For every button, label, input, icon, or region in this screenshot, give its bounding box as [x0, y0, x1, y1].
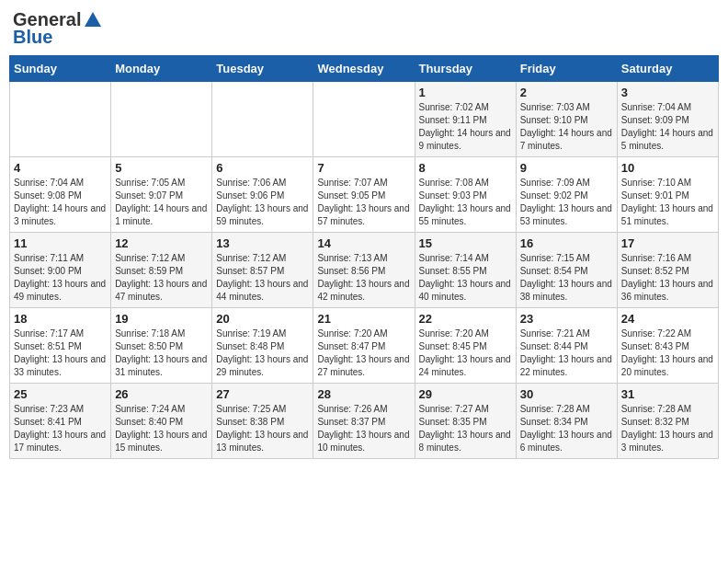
day-info: Sunrise: 7:12 AM Sunset: 8:57 PM Dayligh… — [216, 252, 309, 304]
sunset-label: Sunset: 8:54 PM — [520, 266, 588, 276]
sunrise-label: Sunrise: 7:12 AM — [216, 253, 286, 263]
daylight-label: Daylight: 13 hours and 38 minutes. — [520, 279, 612, 302]
calendar-cell: 13 Sunrise: 7:12 AM Sunset: 8:57 PM Dayl… — [212, 233, 313, 308]
daylight-label: Daylight: 13 hours and 51 minutes. — [621, 203, 713, 226]
sunset-label: Sunset: 9:08 PM — [14, 190, 82, 201]
sunrise-label: Sunrise: 7:13 AM — [317, 253, 387, 263]
sunset-label: Sunset: 9:06 PM — [216, 190, 284, 201]
sunset-label: Sunset: 8:43 PM — [621, 341, 689, 351]
daylight-label: Daylight: 14 hours and 9 minutes. — [419, 128, 511, 151]
day-info: Sunrise: 7:15 AM Sunset: 8:54 PM Dayligh… — [520, 252, 613, 304]
sunset-label: Sunset: 8:51 PM — [14, 341, 82, 351]
day-info: Sunrise: 7:03 AM Sunset: 9:10 PM Dayligh… — [520, 101, 613, 153]
calendar-cell: 27 Sunrise: 7:25 AM Sunset: 8:38 PM Dayl… — [212, 384, 313, 459]
day-info: Sunrise: 7:17 AM Sunset: 8:51 PM Dayligh… — [14, 327, 107, 379]
day-info: Sunrise: 7:06 AM Sunset: 9:06 PM Dayligh… — [216, 177, 309, 228]
daylight-label: Daylight: 13 hours and 17 minutes. — [14, 430, 106, 453]
day-info: Sunrise: 7:07 AM Sunset: 9:05 PM Dayligh… — [317, 177, 410, 228]
daylight-label: Daylight: 13 hours and 15 minutes. — [115, 430, 207, 453]
day-info: Sunrise: 7:21 AM Sunset: 8:44 PM Dayligh… — [520, 327, 613, 379]
day-info: Sunrise: 7:10 AM Sunset: 9:01 PM Dayligh… — [621, 177, 714, 228]
calendar-week-row: 18 Sunrise: 7:17 AM Sunset: 8:51 PM Dayl… — [10, 308, 719, 384]
calendar-table: SundayMondayTuesdayWednesdayThursdayFrid… — [9, 55, 719, 459]
daylight-label: Daylight: 13 hours and 10 minutes. — [317, 430, 409, 453]
logo: General Blue — [13, 9, 103, 48]
calendar-cell: 10 Sunrise: 7:10 AM Sunset: 9:01 PM Dayl… — [617, 157, 718, 233]
calendar-cell: 16 Sunrise: 7:15 AM Sunset: 8:54 PM Dayl… — [516, 233, 617, 308]
daylight-label: Daylight: 13 hours and 36 minutes. — [621, 279, 713, 302]
day-number: 19 — [115, 312, 208, 326]
calendar-cell — [111, 82, 212, 157]
day-info: Sunrise: 7:24 AM Sunset: 8:40 PM Dayligh… — [115, 403, 208, 454]
weekday-header-monday: Monday — [111, 56, 212, 82]
sunrise-label: Sunrise: 7:17 AM — [14, 328, 84, 339]
day-number: 18 — [14, 312, 107, 326]
sunset-label: Sunset: 8:55 PM — [419, 266, 487, 276]
day-number: 12 — [115, 236, 208, 250]
calendar-cell: 5 Sunrise: 7:05 AM Sunset: 9:07 PM Dayli… — [111, 157, 212, 233]
day-number: 3 — [621, 86, 714, 99]
day-number: 14 — [317, 236, 410, 250]
calendar-cell: 31 Sunrise: 7:28 AM Sunset: 8:32 PM Dayl… — [617, 384, 718, 459]
day-number: 8 — [419, 161, 512, 175]
calendar-cell — [212, 82, 313, 157]
day-number: 31 — [621, 387, 714, 401]
sunset-label: Sunset: 9:05 PM — [317, 190, 385, 201]
sunrise-label: Sunrise: 7:10 AM — [621, 178, 691, 188]
daylight-label: Daylight: 13 hours and 31 minutes. — [115, 354, 207, 377]
sunset-label: Sunset: 8:56 PM — [317, 266, 385, 276]
calendar-cell: 26 Sunrise: 7:24 AM Sunset: 8:40 PM Dayl… — [111, 384, 212, 459]
weekday-header-row: SundayMondayTuesdayWednesdayThursdayFrid… — [10, 56, 719, 82]
day-number: 16 — [520, 236, 613, 250]
sunrise-label: Sunrise: 7:08 AM — [419, 178, 489, 188]
calendar-cell: 18 Sunrise: 7:17 AM Sunset: 8:51 PM Dayl… — [10, 308, 111, 384]
daylight-label: Daylight: 13 hours and 55 minutes. — [419, 203, 511, 226]
calendar-cell: 1 Sunrise: 7:02 AM Sunset: 9:11 PM Dayli… — [415, 82, 516, 157]
day-number: 6 — [216, 161, 309, 175]
day-number: 26 — [115, 387, 208, 401]
day-number: 11 — [14, 236, 107, 250]
day-number: 20 — [216, 312, 309, 326]
day-info: Sunrise: 7:20 AM Sunset: 8:45 PM Dayligh… — [419, 327, 512, 379]
daylight-label: Daylight: 13 hours and 6 minutes. — [520, 430, 612, 453]
sunrise-label: Sunrise: 7:22 AM — [621, 328, 691, 339]
weekday-header-saturday: Saturday — [617, 56, 718, 82]
daylight-label: Daylight: 13 hours and 49 minutes. — [14, 279, 106, 302]
sunset-label: Sunset: 9:10 PM — [520, 115, 588, 125]
day-number: 29 — [419, 387, 512, 401]
calendar-cell: 29 Sunrise: 7:27 AM Sunset: 8:35 PM Dayl… — [415, 384, 516, 459]
day-number: 17 — [621, 236, 714, 250]
day-info: Sunrise: 7:16 AM Sunset: 8:52 PM Dayligh… — [621, 252, 714, 304]
calendar-cell: 8 Sunrise: 7:08 AM Sunset: 9:03 PM Dayli… — [415, 157, 516, 233]
day-number: 10 — [621, 161, 714, 175]
calendar-cell: 3 Sunrise: 7:04 AM Sunset: 9:09 PM Dayli… — [617, 82, 718, 157]
calendar-cell: 30 Sunrise: 7:28 AM Sunset: 8:34 PM Dayl… — [516, 384, 617, 459]
sunset-label: Sunset: 8:35 PM — [419, 417, 487, 427]
sunset-label: Sunset: 8:44 PM — [520, 341, 588, 351]
daylight-label: Daylight: 14 hours and 5 minutes. — [621, 128, 713, 151]
daylight-label: Daylight: 14 hours and 3 minutes. — [14, 203, 106, 226]
calendar-week-row: 25 Sunrise: 7:23 AM Sunset: 8:41 PM Dayl… — [10, 384, 719, 459]
calendar-cell: 25 Sunrise: 7:23 AM Sunset: 8:41 PM Dayl… — [10, 384, 111, 459]
sunset-label: Sunset: 8:52 PM — [621, 266, 689, 276]
daylight-label: Daylight: 13 hours and 8 minutes. — [419, 430, 511, 453]
day-info: Sunrise: 7:26 AM Sunset: 8:37 PM Dayligh… — [317, 403, 410, 454]
day-info: Sunrise: 7:09 AM Sunset: 9:02 PM Dayligh… — [520, 177, 613, 228]
day-info: Sunrise: 7:11 AM Sunset: 9:00 PM Dayligh… — [14, 252, 107, 304]
sunset-label: Sunset: 8:59 PM — [115, 266, 183, 276]
day-info: Sunrise: 7:14 AM Sunset: 8:55 PM Dayligh… — [419, 252, 512, 304]
day-number: 2 — [520, 86, 613, 99]
sunset-label: Sunset: 9:07 PM — [115, 190, 183, 201]
weekday-header-wednesday: Wednesday — [313, 56, 415, 82]
weekday-header-sunday: Sunday — [10, 56, 111, 82]
sunrise-label: Sunrise: 7:18 AM — [115, 328, 185, 339]
day-info: Sunrise: 7:05 AM Sunset: 9:07 PM Dayligh… — [115, 177, 208, 228]
sunrise-label: Sunrise: 7:09 AM — [520, 178, 590, 188]
weekday-header-friday: Friday — [516, 56, 617, 82]
svg-marker-0 — [85, 12, 101, 27]
day-info: Sunrise: 7:19 AM Sunset: 8:48 PM Dayligh… — [216, 327, 309, 379]
day-info: Sunrise: 7:28 AM Sunset: 8:34 PM Dayligh… — [520, 403, 613, 454]
sunrise-label: Sunrise: 7:07 AM — [317, 178, 387, 188]
day-number: 1 — [419, 86, 512, 99]
calendar-week-row: 4 Sunrise: 7:04 AM Sunset: 9:08 PM Dayli… — [10, 157, 719, 233]
